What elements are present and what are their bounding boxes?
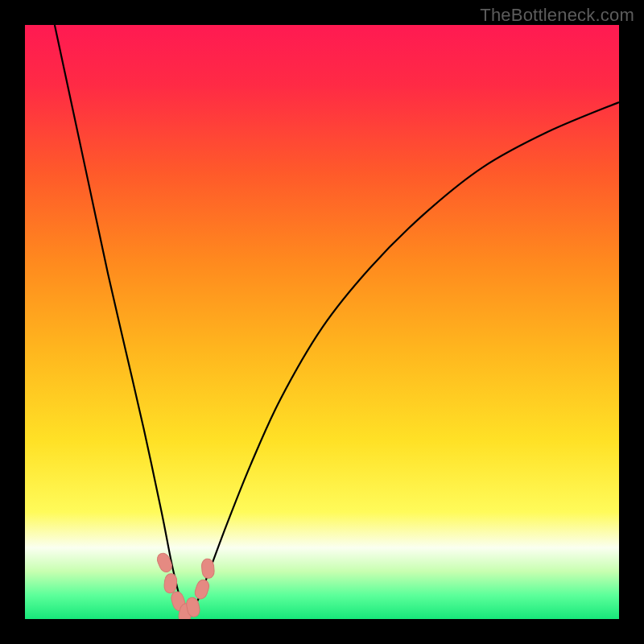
- bottleneck-chart: [25, 25, 619, 619]
- plot-area: [25, 25, 619, 619]
- watermark-text: TheBottleneck.com: [480, 5, 634, 26]
- outer-frame: TheBottleneck.com: [0, 0, 644, 644]
- gradient-background: [25, 25, 619, 619]
- marker-point: [201, 559, 215, 579]
